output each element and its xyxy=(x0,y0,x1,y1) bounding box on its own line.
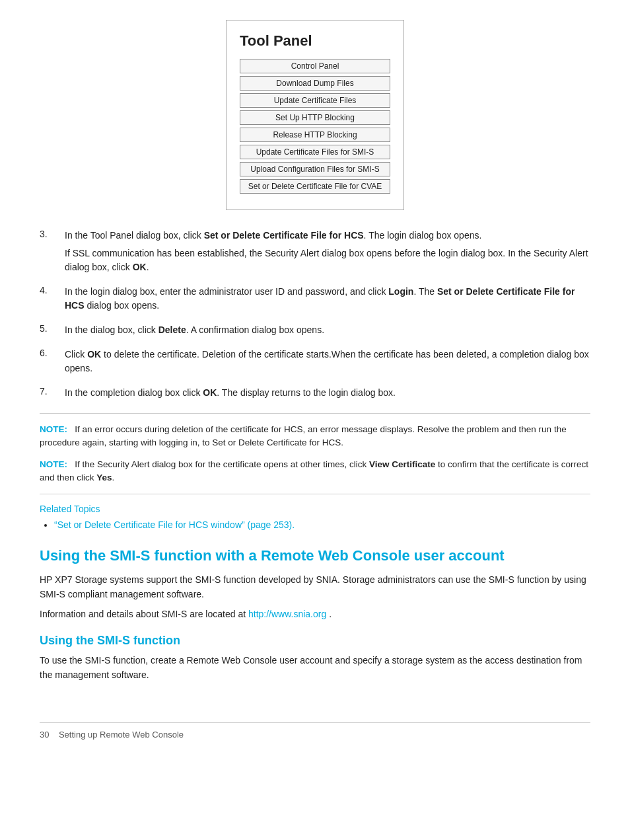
related-topic-item: “Set or Delete Certificate File for HCS … xyxy=(54,518,590,532)
tool-panel-buttons: Control PanelDownload Dump FilesUpdate C… xyxy=(240,59,390,194)
step-6-body: Click OK to delete the certificate. Dele… xyxy=(65,348,590,379)
tool-panel-image: Tool Panel Control PanelDownload Dump Fi… xyxy=(226,20,404,210)
step-6-number: 6. xyxy=(40,348,65,358)
divider-2 xyxy=(40,494,590,494)
tool-panel-title: Tool Panel xyxy=(240,32,390,50)
step-4-body: In the login dialog box, enter the admin… xyxy=(65,285,590,317)
tool-panel-btn[interactable]: Set Up HTTP Blocking xyxy=(240,110,390,125)
related-topic-link[interactable]: “Set or Delete Certificate File for HCS … xyxy=(54,519,295,530)
step-7-body: In the completion dialog box click OK. T… xyxy=(65,386,590,404)
step-7-number: 7. xyxy=(40,386,65,397)
note-2-text: If the Security Alert dialog box for the… xyxy=(40,459,588,482)
tool-panel-btn[interactable]: Release HTTP Blocking xyxy=(240,128,390,142)
main-body-1: HP XP7 Storage systems support the SMI-S… xyxy=(40,572,590,602)
step-4-number: 4. xyxy=(40,285,65,295)
step-3: 3. In the Tool Panel dialog box, click S… xyxy=(40,229,590,278)
step-5-number: 5. xyxy=(40,323,65,334)
main-section-heading: Using the SMI-S function with a Remote W… xyxy=(40,547,590,566)
note-2: NOTE: If the Security Alert dialog box f… xyxy=(40,458,590,485)
note-1-text: If an error occurs during deletion of th… xyxy=(40,424,567,447)
step-3-number: 3. xyxy=(40,229,65,239)
footer-page-number: 30 xyxy=(40,730,49,740)
step-4: 4. In the login dialog box, enter the ad… xyxy=(40,285,590,317)
step-5: 5. In the dialog box, click Delete. A co… xyxy=(40,323,590,341)
sub-heading: Using the SMI-S function xyxy=(40,634,590,648)
snia-link[interactable]: http://www.snia.org xyxy=(248,609,326,619)
related-topics-section: Related Topics “Set or Delete Certificat… xyxy=(40,504,590,532)
tool-panel-btn[interactable]: Download Dump Files xyxy=(240,76,390,91)
step-6: 6. Click OK to delete the certificate. D… xyxy=(40,348,590,379)
divider-1 xyxy=(40,413,590,414)
related-topics-list: “Set or Delete Certificate File for HCS … xyxy=(54,518,590,532)
tool-panel-btn[interactable]: Update Certificate Files xyxy=(240,93,390,108)
step-7: 7. In the completion dialog box click OK… xyxy=(40,386,590,404)
main-body-2: Information and details about SMI-S are … xyxy=(40,607,590,621)
step-3-body: In the Tool Panel dialog box, click Set … xyxy=(65,229,590,278)
footer-label: Setting up Remote Web Console xyxy=(59,730,184,740)
note-2-label: NOTE: xyxy=(40,459,67,469)
related-topics-heading: Related Topics xyxy=(40,504,590,514)
tool-panel-btn[interactable]: Set or Delete Certificate File for CVAE xyxy=(240,179,390,194)
tool-panel-btn[interactable]: Control Panel xyxy=(240,59,390,73)
step-5-body: In the dialog box, click Delete. A confi… xyxy=(65,323,590,341)
sub-body: To use the SMI-S function, create a Remo… xyxy=(40,653,590,683)
tool-panel-btn[interactable]: Update Certificate Files for SMI-S xyxy=(240,145,390,159)
note-1-label: NOTE: xyxy=(40,424,67,434)
note-1: NOTE: If an error occurs during deletion… xyxy=(40,423,590,450)
footer: 30 Setting up Remote Web Console xyxy=(40,722,590,740)
tool-panel-btn[interactable]: Upload Configuration Files for SMI-S xyxy=(240,162,390,176)
